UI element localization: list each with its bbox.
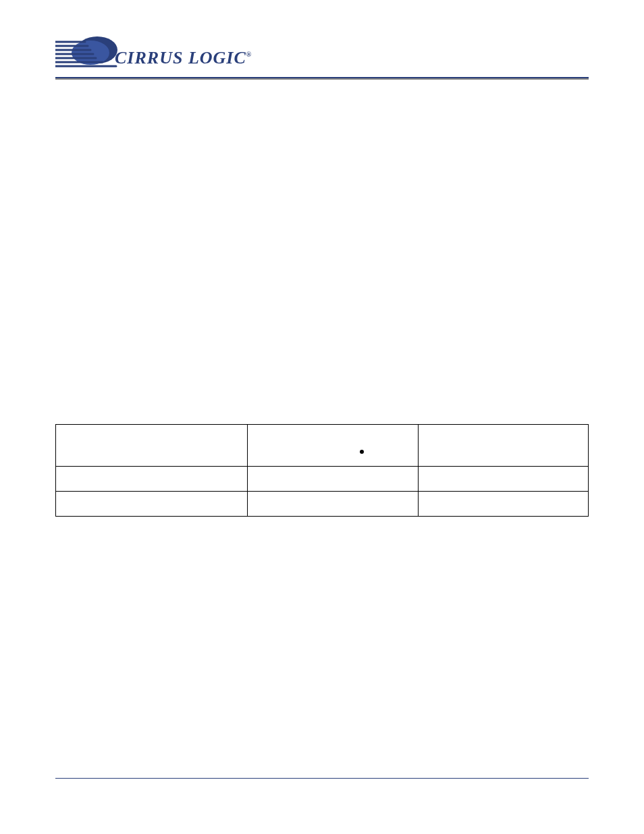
theta-symbol: θ xyxy=(475,445,481,458)
table-caption: Table 3. Thermal Coefficients xyxy=(55,404,589,417)
theta-symbol: θ xyxy=(300,445,306,458)
body-paragraph: Due to the relatively high power dissipa… xyxy=(55,228,589,307)
ja-subscript: JA xyxy=(481,449,493,460)
logo-wordmark: CIRRUS LOGIC® xyxy=(115,48,252,68)
company-logo: CIRRUS LOGIC® xyxy=(55,35,252,73)
cell-ja: 38.3 xyxy=(418,467,589,492)
footer-page-number: 21 xyxy=(576,784,589,798)
table-header-ja-line2: θJA (°C/W) xyxy=(475,445,531,458)
logo-text: CIRRUS LOGIC xyxy=(115,48,246,68)
cell-package: 16-SOIC 150 mil xyxy=(56,467,248,492)
jc-unit: (°C/W) xyxy=(318,445,359,458)
jc-subscript: JC xyxy=(306,449,318,460)
cell-jc: 1.95 xyxy=(248,467,418,492)
table-header-jc-line1: Junction to Thermal Pad xyxy=(266,432,400,444)
document-id: CS1615/16 xyxy=(508,54,589,73)
cell-jc: 4.4 xyxy=(248,492,418,517)
body-paragraph: Poor thermal design can cause excessive … xyxy=(55,321,589,384)
table-header-jc: Junction to Thermal Pad θJC (°C/W) xyxy=(248,425,418,467)
thermal-coeff-table: Package Junction to Thermal Pad θJC (°C/… xyxy=(55,424,589,517)
footer-row: DS954F2 21 xyxy=(55,784,589,798)
footer-divider xyxy=(55,778,589,779)
table-row: 16-SOIC 150 mil 1.95 38.3 xyxy=(56,467,589,492)
table-header-ja-line1: Junction to Ambient xyxy=(448,432,558,444)
main-content: 5.7 PCB Layout Considerations R11 and R1… xyxy=(55,80,589,517)
table-header-row: Package Junction to Thermal Pad θJC (°C/… xyxy=(56,425,589,467)
footer-doc-code: DS954F2 xyxy=(55,784,104,798)
cell-ja: 38.0 xyxy=(418,492,589,517)
ja-unit: (°C/W) xyxy=(493,445,531,458)
cell-package: 16-SOIC 150 mil (e-Pad) xyxy=(56,492,248,517)
page-header: CIRRUS LOGIC® CS1615/16 xyxy=(55,19,589,73)
registered-mark-icon: ® xyxy=(246,51,252,58)
table-header-jc-line2: θJC (°C/W) xyxy=(300,445,366,458)
table-row: 16-SOIC 150 mil (e-Pad) 4.4 38.0 xyxy=(56,492,589,517)
table-header-ja: Junction to Ambient θJA (°C/W) xyxy=(418,425,589,467)
bullet-icon xyxy=(360,450,364,454)
body-paragraph: R11 and R12 comprise a 300:1 voltage div… xyxy=(55,135,589,214)
table-header-package: Package xyxy=(56,425,248,467)
section-heading: 5.7 PCB Layout Considerations xyxy=(55,104,589,123)
logo-mark-icon xyxy=(55,35,117,73)
page-footer: DS954F2 21 xyxy=(55,778,589,798)
